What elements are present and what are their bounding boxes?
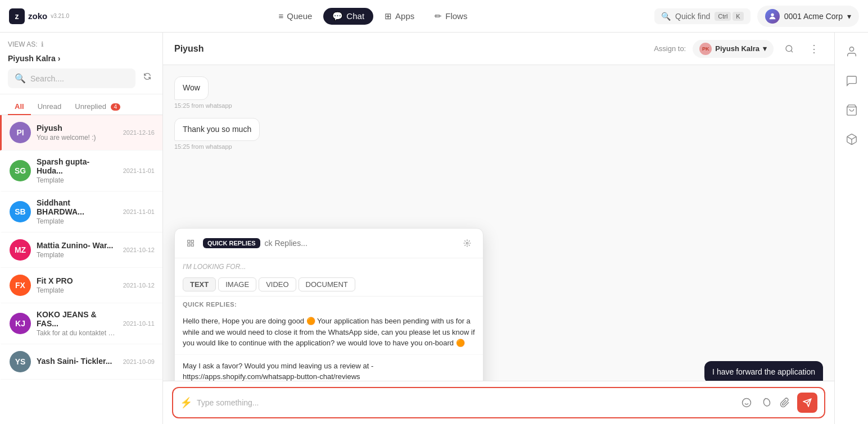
contact-avatar-sparsh: SG xyxy=(10,160,31,181)
contact-meta-sparsh: 2021-11-01 xyxy=(123,167,155,174)
emoji-btn[interactable] xyxy=(739,395,754,411)
msg-group-wow: Wow 15:25 from whatsapp xyxy=(174,76,823,113)
qr-icon-right[interactable] xyxy=(459,235,475,251)
account-avatar xyxy=(765,9,780,24)
svg-point-1 xyxy=(786,45,792,52)
info-icon: ℹ xyxy=(41,40,44,48)
nav-apps[interactable]: ⊞ Apps xyxy=(376,8,423,25)
nav-flows-label: Flows xyxy=(445,11,467,21)
contact-item-yash[interactable]: YS Yash Saini- Tickler... 2021-10-09 xyxy=(0,344,162,380)
tab-unreplied[interactable]: Unreplied 4 xyxy=(68,99,127,115)
contact-avatar-fitx: FX xyxy=(10,275,31,296)
bag-icon-btn[interactable] xyxy=(842,100,862,120)
attach-btn[interactable] xyxy=(777,395,793,411)
apps-icon: ⊞ xyxy=(385,11,392,21)
qr-tab-video[interactable]: VIDEO xyxy=(259,277,296,291)
message-input[interactable] xyxy=(197,398,734,407)
top-nav: z zoko v3.21.0 ≡ Queue 💬 Chat ⊞ Apps ✏ F… xyxy=(0,0,868,33)
chat-header: Piyush Assign to: PK Piyush Kalra ▾ ⋮ xyxy=(163,33,834,65)
search-bar: 🔍 xyxy=(8,69,135,88)
nav-chat[interactable]: 💬 Chat xyxy=(323,8,373,25)
contact-info-siddhant: Siddhant BHARDWA... Template xyxy=(37,198,117,225)
nav-queue[interactable]: ≡ Queue xyxy=(270,8,322,25)
chevron-down-icon: ▾ xyxy=(763,44,767,53)
search-input[interactable] xyxy=(30,74,129,83)
qr-looking-label: I'M LOOKING FOR... xyxy=(175,258,483,273)
chevron-right-icon: › xyxy=(58,54,61,63)
qr-item-1[interactable]: Hello there, Hope you are doing good 🟠 Y… xyxy=(175,310,483,355)
lightning-icon[interactable]: ⚡ xyxy=(180,396,192,409)
sticker-btn[interactable] xyxy=(758,395,774,411)
tab-all[interactable]: All xyxy=(8,99,31,115)
account-name: 0001 Acme Corp xyxy=(784,12,843,21)
svg-rect-3 xyxy=(191,240,193,243)
assign-to-label: Assign to: xyxy=(654,44,686,53)
contact-avatar-mattia: MZ xyxy=(10,239,31,261)
contact-name-piyush: Piyush xyxy=(37,124,117,133)
contact-preview-koko: Takk for at du kontaktet KOKO JEA... xyxy=(37,329,117,337)
contact-meta-siddhant: 2021-11-01 xyxy=(123,208,155,215)
contact-item-fitx[interactable]: FX Fit X PRO Template 2021-10-12 xyxy=(0,268,162,303)
msg-wow-timestamp: 15:25 from whatsapp xyxy=(174,102,232,109)
svg-point-7 xyxy=(743,399,751,407)
contact-preview-sparsh: Template xyxy=(37,176,117,184)
more-options-btn[interactable]: ⋮ xyxy=(805,40,823,58)
kbd-k: K xyxy=(733,12,743,21)
contact-info-fitx: Fit X PRO Template xyxy=(37,276,117,294)
contact-name-fitx: Fit X PRO xyxy=(37,276,117,285)
unreplied-badge: 4 xyxy=(111,103,121,111)
contact-meta-piyush: 2021-12-16 xyxy=(123,129,155,136)
qr-badge: QUICK REPLIES xyxy=(203,238,260,248)
contact-date-fitx: 2021-10-12 xyxy=(123,282,155,289)
contact-info-yash: Yash Saini- Tickler... xyxy=(37,357,117,367)
contact-date-mattia: 2021-10-12 xyxy=(123,247,155,253)
contact-item-piyush[interactable]: PI Piyush You are welcome! :) 2021-12-16 xyxy=(0,115,162,151)
assignee-name: Piyush Kalra xyxy=(715,44,760,53)
msg-thankyou-timestamp: 15:25 from whatsapp xyxy=(174,143,232,150)
svg-rect-4 xyxy=(188,244,190,246)
search-chat-btn[interactable] xyxy=(780,40,798,58)
input-row: ⚡ xyxy=(172,387,825,418)
sidebar: VIEW AS: ℹ Piyush Kalra › 🔍 All Unread xyxy=(0,33,163,424)
message-icon-btn[interactable] xyxy=(842,71,862,91)
contact-date-piyush: 2021-12-16 xyxy=(123,129,155,136)
view-as-name[interactable]: Piyush Kalra › xyxy=(8,54,155,63)
cube-icon-btn[interactable] xyxy=(842,129,862,149)
queue-icon: ≡ xyxy=(279,11,284,21)
quick-replies-popup: QUICK REPLIES I'M LOOKING FOR... TEXT IM… xyxy=(174,228,483,381)
contact-preview-mattia: Template xyxy=(37,251,117,259)
contact-date-sparsh: 2021-11-01 xyxy=(123,167,155,174)
view-as: VIEW AS: ℹ xyxy=(8,40,155,48)
refresh-btn[interactable] xyxy=(140,69,155,84)
nav-flows[interactable]: ✏ Flows xyxy=(426,8,476,25)
contact-date-yash: 2021-10-09 xyxy=(123,358,155,365)
qr-icon-left[interactable] xyxy=(183,235,198,251)
qr-item-2-text: May I ask a favor? Would you mind leavin… xyxy=(183,362,373,381)
svg-point-0 xyxy=(771,13,774,16)
contact-avatar-piyush: PI xyxy=(10,122,31,143)
assign-btn[interactable]: PK Piyush Kalra ▾ xyxy=(693,40,774,58)
contact-preview-siddhant: Template xyxy=(37,217,117,225)
chat-icon: 💬 xyxy=(332,11,343,21)
chat-area: Piyush Assign to: PK Piyush Kalra ▾ ⋮ Wo xyxy=(163,33,834,424)
account-btn[interactable]: 0001 Acme Corp ▾ xyxy=(757,6,859,27)
contact-item-sparsh[interactable]: SG Sparsh gupta- Huda... Template 2021-1… xyxy=(0,151,162,192)
input-icons xyxy=(739,395,793,411)
qr-search-input[interactable] xyxy=(265,239,455,248)
qr-tab-image[interactable]: IMAGE xyxy=(218,277,256,291)
qr-tab-text[interactable]: TEXT xyxy=(183,277,216,291)
send-btn[interactable] xyxy=(797,393,817,413)
view-as-label: VIEW AS: xyxy=(8,40,38,48)
search-icon: 🔍 xyxy=(15,73,26,84)
contact-item-mattia[interactable]: MZ Mattia Zunino- War... Template 2021-1… xyxy=(0,232,162,268)
contact-item-koko[interactable]: KJ KOKO JEANS & FAS... Takk for at du ko… xyxy=(0,303,162,344)
logo-icon: z xyxy=(15,12,19,21)
quick-find-btn[interactable]: 🔍 Quick find Ctrl K xyxy=(654,8,751,24)
logo: z zoko v3.21.0 xyxy=(9,8,69,24)
tab-unread[interactable]: Unread xyxy=(31,99,69,115)
profile-icon-btn[interactable] xyxy=(842,42,862,62)
qr-item-2[interactable]: May I ask a favor? Would you mind leavin… xyxy=(175,355,483,381)
qr-tab-document[interactable]: DOCUMENT xyxy=(299,277,355,291)
svg-point-12 xyxy=(849,47,853,51)
contact-item-siddhant[interactable]: SB Siddhant BHARDWA... Template 2021-11-… xyxy=(0,192,162,232)
